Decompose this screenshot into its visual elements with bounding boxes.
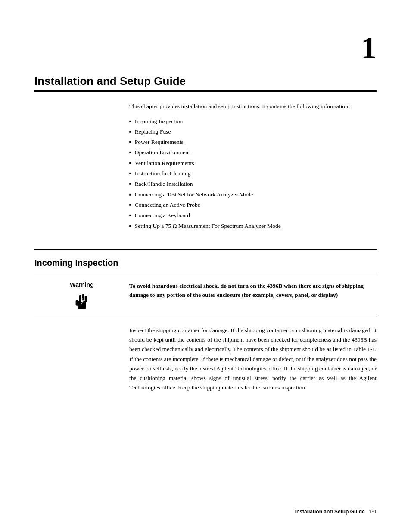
section-rule-thin — [34, 251, 377, 251]
content-section: Inspect the shipping container for damag… — [34, 326, 377, 393]
section-title-incoming-inspection: Incoming Inspection — [34, 258, 377, 268]
chapter-number: 1 — [34, 30, 377, 66]
svg-rect-4 — [85, 296, 87, 301]
warning-left: Warning — [34, 280, 129, 312]
bullet-item: Instruction for Cleaning — [129, 168, 377, 179]
footer: Installation and Setup Guide 1-1 — [295, 509, 377, 515]
bullet-list: Incoming InspectionReplacing FusePower R… — [129, 116, 377, 231]
svg-rect-0 — [78, 301, 86, 309]
intro-right: This chapter provides installation and s… — [129, 102, 377, 231]
intro-text: This chapter provides installation and s… — [129, 102, 377, 111]
warning-hand-icon — [73, 292, 90, 312]
bullet-item: Connecting an Active Probe — [129, 200, 377, 210]
bullet-item: Rack/Handle Installation — [129, 179, 377, 189]
title-rule-thick — [34, 90, 377, 92]
bullet-item: Connecting a Keyboard — [129, 210, 377, 221]
section-rule-thick — [34, 249, 377, 250]
bullet-item: Replacing Fuse — [129, 127, 377, 137]
content-right: Inspect the shipping container for damag… — [129, 326, 377, 393]
warning-right: To avoid hazardous electrical shock, do … — [129, 280, 377, 300]
warning-label: Warning — [70, 281, 93, 288]
bullet-item: Ventilation Requirements — [129, 158, 377, 168]
content-left-spacer — [34, 326, 129, 393]
chapter-title: Installation and Setup Guide — [34, 75, 377, 88]
warning-text: To avoid hazardous electrical shock, do … — [129, 281, 377, 300]
svg-rect-1 — [76, 300, 79, 305]
page: 1 Installation and Setup Guide This chap… — [0, 0, 411, 532]
body-text-incoming: Inspect the shipping container for damag… — [129, 326, 377, 393]
bullet-item: Operation Environment — [129, 147, 377, 158]
intro-left-spacer — [34, 102, 129, 231]
bullet-item: Power Requirements — [129, 137, 377, 147]
intro-section: This chapter provides installation and s… — [34, 102, 377, 231]
title-rule-thin — [34, 93, 377, 93]
bullet-item: Incoming Inspection — [129, 116, 377, 127]
svg-rect-2 — [79, 295, 81, 302]
bullet-item: Setting Up a 75 Ω Measurement For Spectr… — [129, 221, 377, 231]
incoming-inspection-section: Incoming Inspection Warning — [34, 258, 377, 393]
warning-row: Warning — [34, 280, 377, 312]
warning-box: Warning — [34, 275, 377, 317]
section-divider — [34, 249, 377, 251]
footer-text: Installation and Setup Guide 1-1 — [295, 509, 377, 515]
bullet-item: Connecting a Test Set for Network Analyz… — [129, 190, 377, 200]
